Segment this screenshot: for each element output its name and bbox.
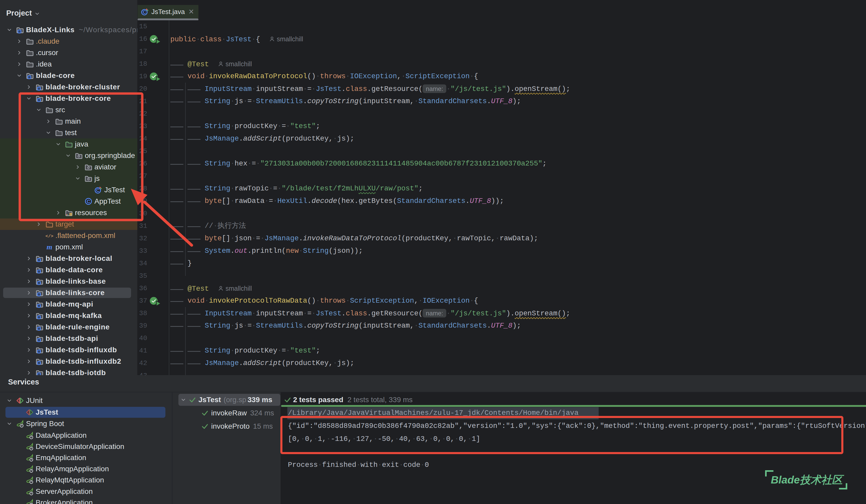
svg-text:C: C — [143, 10, 146, 15]
svg-text:</>: </> — [45, 234, 53, 239]
svg-text:C: C — [87, 199, 90, 204]
svg-text:C: C — [96, 188, 100, 193]
svg-text:m: m — [46, 243, 52, 251]
